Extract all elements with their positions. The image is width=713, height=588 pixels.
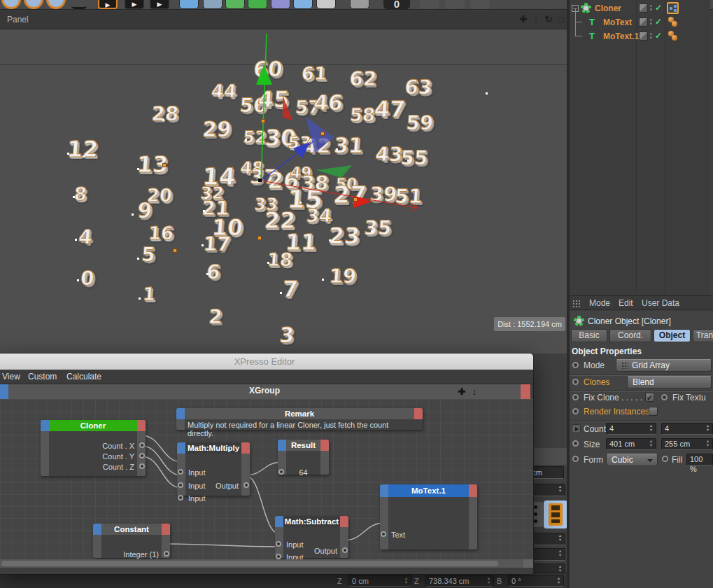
- toolbar-redo-icon[interactable]: [24, 0, 43, 9]
- port-in[interactable]: [178, 482, 183, 488]
- xgroup-zoom-icon[interactable]: ↕: [469, 386, 480, 398]
- am-menu-edit[interactable]: Edit: [619, 298, 633, 308]
- port-in[interactable]: [276, 554, 281, 559]
- node-corner-red[interactable]: [414, 408, 423, 419]
- toolbar-spline-pen-icon[interactable]: [203, 0, 223, 9]
- fill-anim-dot[interactable]: [662, 456, 668, 462]
- toolbar-cube-primitive-icon[interactable]: [179, 0, 199, 9]
- tab-transform[interactable]: Trans: [693, 329, 713, 342]
- toolbar-boole-icon[interactable]: [316, 0, 336, 9]
- toolbar-mograph-icon[interactable]: [248, 0, 267, 9]
- layer-square[interactable]: [639, 18, 648, 27]
- motext-clone[interactable]: 63: [404, 76, 432, 99]
- am-menu-mode[interactable]: Mode: [589, 298, 610, 308]
- node-corner-red[interactable]: [162, 524, 170, 535]
- fix-clone-checkbox[interactable]: ✓: [645, 393, 654, 402]
- xgroup-header[interactable]: XGroup ✚ ↕: [0, 384, 530, 399]
- node-corner-red[interactable]: [137, 420, 146, 431]
- am-grip-icon[interactable]: [572, 300, 581, 308]
- xpresso-hscrollbar[interactable]: [0, 559, 533, 568]
- zoom-view-icon[interactable]: ↕: [530, 13, 542, 26]
- node-corner-blue[interactable]: [93, 524, 101, 535]
- node-wire[interactable]: [165, 544, 280, 547]
- constant-node[interactable]: ConstantInteger (1): [93, 524, 170, 558]
- xpresso-menu-calculate[interactable]: Calculate: [66, 372, 101, 382]
- port-out[interactable]: [342, 547, 348, 553]
- object-label[interactable]: MoText: [603, 18, 632, 27]
- enabled-check[interactable]: ✓: [655, 17, 662, 27]
- toolbar-play-forward-icon[interactable]: ▶: [98, 0, 118, 9]
- clone-handle[interactable]: [261, 119, 265, 123]
- node-corner-blue[interactable]: [176, 408, 185, 419]
- motext-clone[interactable]: 51: [394, 185, 423, 208]
- render-instances-checkbox[interactable]: [649, 407, 658, 416]
- port-out[interactable]: [139, 442, 145, 448]
- remark[interactable]: RemarkMultiply not required for a linear…: [176, 408, 423, 430]
- motext-clone[interactable]: 62: [348, 67, 377, 90]
- motext-clone[interactable]: 16: [148, 223, 174, 244]
- motext-clone[interactable]: 23: [327, 223, 360, 249]
- tab-object[interactable]: Object: [654, 329, 691, 342]
- coord-field-2[interactable]: 0 °: [508, 575, 564, 587]
- tab-basic[interactable]: Basic: [571, 329, 607, 342]
- layer-square[interactable]: [639, 4, 648, 13]
- motext-clone[interactable]: 28: [150, 102, 179, 125]
- motext-clone[interactable]: 9: [136, 198, 153, 223]
- motext-clone[interactable]: 47: [373, 96, 406, 122]
- motext-clone[interactable]: 8: [73, 183, 87, 204]
- occluded-stepper-field-4[interactable]: [532, 564, 565, 573]
- motext-clone[interactable]: 46: [313, 90, 344, 115]
- toolbar-history-icon[interactable]: [46, 0, 66, 9]
- object-row-motext[interactable]: TMoText✓: [570, 15, 713, 29]
- xpresso-menu-view[interactable]: View: [2, 372, 20, 382]
- dots-column[interactable]: [532, 502, 543, 527]
- coord-field-0[interactable]: 0 cm: [348, 575, 411, 587]
- form-dropdown[interactable]: Cubic: [606, 454, 658, 466]
- node-corner-blue[interactable]: [278, 440, 286, 451]
- fill-field[interactable]: 100 %: [686, 454, 713, 465]
- motext-clone[interactable]: 42: [302, 134, 331, 158]
- motext-clone[interactable]: 29: [202, 117, 232, 141]
- visibility-dots[interactable]: [650, 5, 653, 12]
- clone-handle[interactable]: [320, 132, 325, 136]
- motext-clone[interactable]: 59: [405, 111, 434, 134]
- xpresso-editor-window[interactable]: XPresso Editor ViewCustomCalculate XGrou…: [0, 354, 533, 574]
- motext-clone[interactable]: 17: [202, 232, 231, 255]
- motext-clone[interactable]: 3: [278, 323, 295, 347]
- port-in[interactable]: [276, 541, 281, 547]
- port-in[interactable]: [278, 469, 284, 475]
- motext-clone[interactable]: 27: [332, 181, 367, 209]
- subtract-node[interactable]: Math:SubtractInputOutputInput: [275, 516, 348, 558]
- mode-dropdown[interactable]: Grid Array: [616, 359, 712, 372]
- motext-clone[interactable]: 43: [374, 143, 403, 166]
- toolbar-subdivision-surface-icon[interactable]: [225, 0, 245, 9]
- node-corner-red[interactable]: [469, 484, 477, 497]
- count-field-y[interactable]: 4: [661, 423, 713, 435]
- fixclone-anim-dot[interactable]: [572, 394, 579, 400]
- size-field-x[interactable]: 401 cm: [606, 438, 656, 450]
- node-corner-blue[interactable]: [41, 420, 49, 431]
- enabled-check[interactable]: ✓: [655, 31, 662, 41]
- toolbar-disabled-terrain-icon[interactable]: [445, 0, 465, 9]
- cloner-node[interactable]: ClonerCount . XCount . YCount . Z: [41, 420, 146, 476]
- node-corner-red[interactable]: [320, 440, 329, 451]
- xpresso-canvas[interactable]: RemarkMultiply not required for a linear…: [0, 399, 533, 559]
- occluded-stepper-field-2[interactable]: [532, 533, 565, 545]
- motext-clone[interactable]: 31: [333, 133, 364, 158]
- node-corner-red[interactable]: [241, 442, 250, 454]
- xpresso-window-titlebar[interactable]: XPresso Editor: [0, 354, 533, 370]
- pan-view-icon[interactable]: ✚: [518, 13, 529, 26]
- object-row-cloner[interactable]: −Cloner✓: [570, 1, 713, 15]
- scrollbar-handle[interactable]: [1, 561, 498, 566]
- motext-clone[interactable]: 1: [142, 284, 156, 304]
- renderinst-anim-dot[interactable]: [572, 408, 579, 414]
- phong-tag[interactable]: [667, 30, 679, 43]
- port-in[interactable]: [381, 531, 386, 537]
- result-node[interactable]: Result64: [278, 440, 329, 475]
- motext-clone[interactable]: 52: [242, 127, 267, 147]
- toolbar-play-alt-icon[interactable]: ▶: [150, 0, 169, 9]
- object-label[interactable]: Cloner: [595, 4, 621, 13]
- motext-clone[interactable]: 44: [211, 80, 237, 102]
- motext-clone[interactable]: 58: [349, 104, 376, 125]
- occluded-value-field[interactable]: 00 cm: [532, 466, 564, 479]
